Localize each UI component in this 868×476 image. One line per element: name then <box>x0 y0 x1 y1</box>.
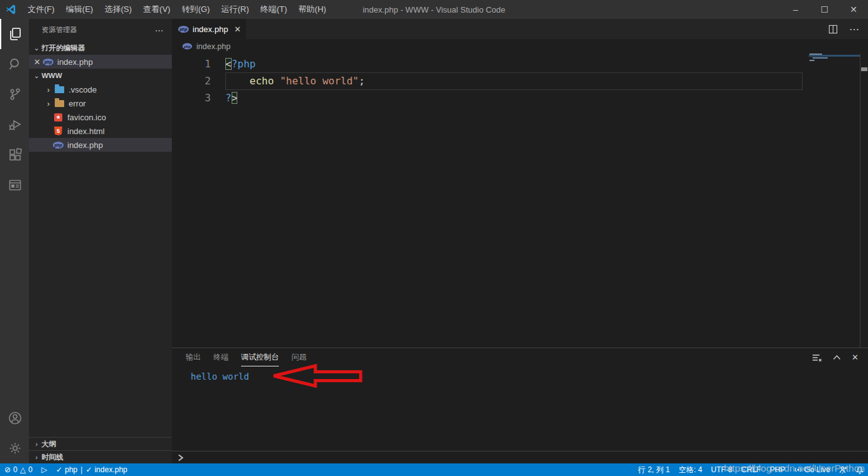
close-panel-icon[interactable]: ✕ <box>852 353 859 362</box>
code-editor[interactable]: 1 <?php 2 echo "hello world"; 3 ?> <box>172 54 868 348</box>
php-file-icon: php <box>182 42 193 52</box>
chevron-down-icon: ⌄ <box>31 72 42 80</box>
editor-tab-bar: php index.php ✕ ⋯ <box>172 19 868 39</box>
eol-status[interactable]: CRLF <box>737 463 765 476</box>
split-editor-icon[interactable] <box>828 25 838 34</box>
php-status[interactable]: ✓ php | ✓ index.php <box>52 463 132 476</box>
sidebar-title: 资源管理器 <box>42 25 77 35</box>
menu-terminal[interactable]: 终端(T) <box>254 0 293 19</box>
tree-item-favicon[interactable]: ★ favicon.ico <box>29 110 172 124</box>
menu-go[interactable]: 转到(G) <box>176 0 216 19</box>
chevron-right-icon: › <box>31 440 42 448</box>
favicon-file-icon: ★ <box>53 112 64 122</box>
language-status[interactable]: PHP <box>765 463 790 476</box>
menu-edit[interactable]: 编辑(E) <box>60 0 99 19</box>
extensions-icon[interactable] <box>0 140 29 170</box>
chevron-down-icon: ⌄ <box>31 44 42 52</box>
minimap[interactable] <box>808 54 860 348</box>
html-file-icon: 5 <box>53 126 64 136</box>
person-icon <box>839 466 847 473</box>
notifications-button[interactable] <box>852 463 868 476</box>
window-title: index.php - WWW - Visual Studio Code <box>363 5 505 14</box>
prompt-chevron-icon <box>178 454 184 462</box>
red-arrow-annotation <box>270 364 364 388</box>
open-editor-item-indexphp[interactable]: ✕ php index.php <box>29 55 172 69</box>
menu-help[interactable]: 帮助(H) <box>293 0 332 19</box>
explorer-icon[interactable] <box>0 19 29 49</box>
vscode-window: 文件(F) 编辑(E) 选择(S) 查看(V) 转到(G) 运行(R) 终端(T… <box>0 0 868 476</box>
editor-scrollbar[interactable] <box>860 54 868 348</box>
tree-item-indexphp[interactable]: php index.php <box>29 138 172 152</box>
broadcast-icon <box>794 466 802 473</box>
editor-more-actions-icon[interactable]: ⋯ <box>849 23 859 35</box>
status-bar: ⊘ 0 △ 0 ▷ ✓ php | ✓ index.php 行 2, 列 1 空… <box>0 463 868 476</box>
clear-console-icon[interactable] <box>812 353 822 362</box>
close-editor-icon[interactable]: ✕ <box>31 57 43 67</box>
error-icon: ⊘ <box>4 465 11 474</box>
menu-file[interactable]: 文件(F) <box>22 0 60 19</box>
close-button[interactable]: ✕ <box>839 0 868 19</box>
console-output-text: hello world <box>191 371 249 382</box>
timeline-section[interactable]: › 时间线 <box>29 450 172 463</box>
php-file-icon: php <box>43 57 54 67</box>
account-icon[interactable] <box>0 403 29 433</box>
chevron-right-icon: › <box>43 99 54 108</box>
cursor-position-status[interactable]: 行 2, 列 1 <box>634 463 675 476</box>
panel-tab-terminal[interactable]: 终端 <box>213 348 228 366</box>
feedback-button[interactable] <box>835 463 852 476</box>
bottom-panel: 输出 终端 调试控制台 问题 ✕ <box>172 348 868 463</box>
minimize-button[interactable]: – <box>781 0 810 19</box>
outline-section[interactable]: › 大纲 <box>29 437 172 450</box>
code-line-3: 3 ?> <box>172 89 868 106</box>
debug-console-input[interactable] <box>172 451 868 463</box>
tree-item-vscode[interactable]: › .vscode <box>29 82 172 96</box>
source-control-icon[interactable] <box>0 79 29 110</box>
settings-gear-icon[interactable] <box>0 433 29 463</box>
code-line-1: 1 <?php <box>172 55 868 72</box>
search-icon[interactable] <box>0 49 29 79</box>
go-live-button[interactable]: Go Live <box>790 463 835 476</box>
activity-bar <box>0 19 29 463</box>
play-icon: ▷ <box>42 465 47 474</box>
tree-item-error[interactable]: › error <box>29 96 172 110</box>
explorer-sidebar: 资源管理器 ⋯ ⌄ 打开的编辑器 ✕ php index.php ⌄ WWW ›… <box>29 19 172 463</box>
breadcrumb[interactable]: php index.php <box>172 39 868 54</box>
chevron-right-icon: › <box>43 85 54 94</box>
check-icon: ✓ <box>86 465 92 474</box>
run-status-button[interactable]: ▷ <box>37 463 52 476</box>
tree-item-indexhtml[interactable]: 5 index.html <box>29 124 172 138</box>
code-line-2: 2 echo "hello world"; <box>172 72 868 89</box>
open-editors-header[interactable]: ⌄ 打开的编辑器 <box>29 41 172 55</box>
browser-preview-icon[interactable] <box>0 170 29 200</box>
run-debug-icon[interactable] <box>0 110 29 140</box>
menu-selection[interactable]: 选择(S) <box>99 0 137 19</box>
check-icon: ✓ <box>56 465 62 474</box>
menu-view[interactable]: 查看(V) <box>137 0 176 19</box>
close-tab-icon[interactable]: ✕ <box>234 25 241 34</box>
title-bar: 文件(F) 编辑(E) 选择(S) 查看(V) 转到(G) 运行(R) 终端(T… <box>0 0 868 19</box>
problems-status[interactable]: ⊘ 0 △ 0 <box>0 463 37 476</box>
indentation-status[interactable]: 空格: 4 <box>674 463 706 476</box>
tab-indexphp[interactable]: php index.php ✕ <box>172 19 246 39</box>
folder-www-header[interactable]: ⌄ WWW <box>29 69 172 82</box>
chevron-right-icon: › <box>31 453 42 461</box>
vscode-folder-icon <box>54 84 65 94</box>
vscode-logo-icon <box>5 4 16 15</box>
encoding-status[interactable]: UTF-8 <box>707 463 737 476</box>
debug-console-output[interactable]: hello world <box>172 366 868 451</box>
menu-run[interactable]: 运行(R) <box>215 0 254 19</box>
php-file-icon: php <box>53 140 64 150</box>
editor-group: php index.php ✕ ⋯ php index.php <box>172 19 868 463</box>
folder-icon <box>54 98 65 108</box>
bell-icon <box>856 466 864 474</box>
maximize-button[interactable]: ☐ <box>810 0 839 19</box>
sidebar-more-actions-icon[interactable]: ⋯ <box>155 25 164 35</box>
maximize-panel-icon[interactable] <box>833 354 841 360</box>
panel-tab-output[interactable]: 输出 <box>186 348 201 366</box>
php-file-icon: php <box>178 24 189 34</box>
warning-icon: △ <box>20 465 26 474</box>
scrollbar-thumb[interactable] <box>861 67 867 71</box>
